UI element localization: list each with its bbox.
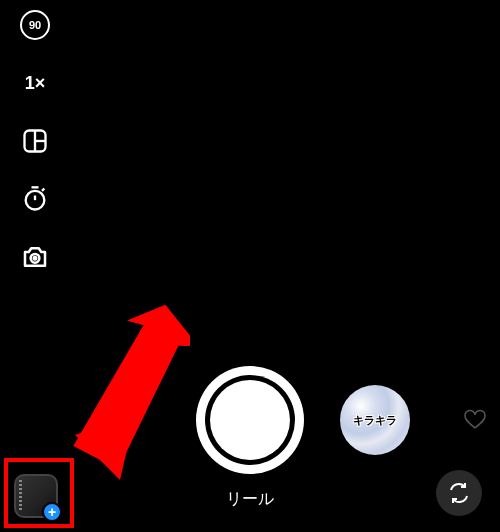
shutter-button[interactable] (196, 366, 304, 474)
gallery-button[interactable]: + (14, 474, 58, 518)
effect-heart[interactable] (440, 385, 500, 455)
timer-button[interactable] (18, 182, 52, 216)
dual-camera-icon (20, 242, 50, 272)
layout-grid-button[interactable] (18, 124, 52, 158)
layout-grid-icon (21, 127, 49, 155)
effect-glitter[interactable]: キラキラ (340, 385, 410, 455)
effect-glitter-label: キラキラ (353, 413, 397, 428)
zoom-button[interactable]: 1× (18, 66, 52, 100)
duration-label: 90 (20, 10, 50, 40)
shutter-core (210, 380, 290, 460)
gallery-add-badge: + (42, 502, 62, 522)
shutter-ring (205, 375, 295, 465)
mode-label[interactable]: リール (226, 489, 274, 510)
duration-button[interactable]: 90 (18, 8, 52, 42)
effects-strip: キラキラ (0, 366, 500, 474)
timer-icon (21, 185, 49, 213)
switch-camera-icon (447, 481, 471, 505)
zoom-label: 1× (25, 73, 46, 94)
dual-camera-button[interactable] (18, 240, 52, 274)
switch-camera-button[interactable] (436, 470, 482, 516)
svg-point-8 (34, 257, 37, 260)
svg-line-6 (42, 189, 44, 191)
heart-icon (463, 408, 487, 432)
